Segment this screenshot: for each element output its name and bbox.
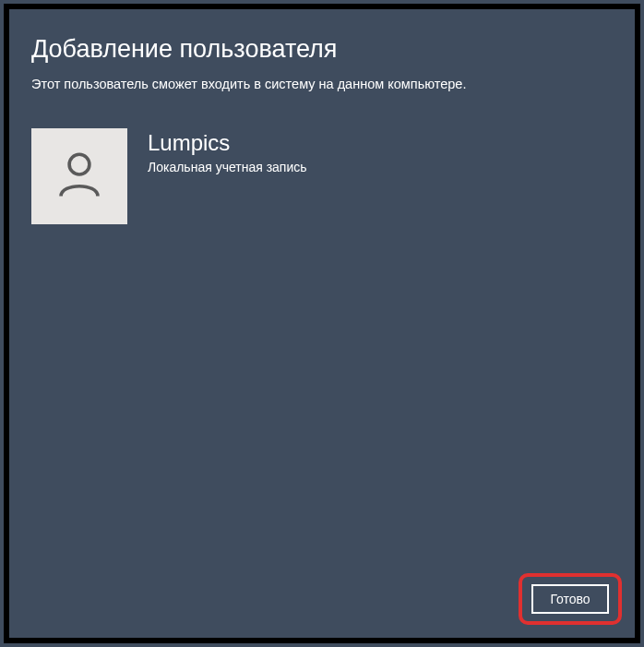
user-name: Lumpics [148, 130, 307, 156]
avatar [31, 128, 127, 224]
user-account-type: Локальная учетная запись [148, 160, 307, 174]
dialog-content: Добавление пользователя Этот пользовател… [9, 9, 635, 638]
dialog-title: Добавление пользователя [31, 35, 613, 64]
user-info: Lumpics Локальная учетная запись [148, 128, 307, 174]
highlight-annotation: Готово [519, 573, 622, 625]
done-button[interactable]: Готово [531, 584, 609, 614]
dialog-subtitle: Этот пользователь сможет входить в систе… [31, 77, 613, 91]
user-icon [53, 148, 106, 205]
dialog-window: Добавление пользователя Этот пользовател… [4, 4, 640, 643]
svg-point-0 [69, 154, 89, 174]
user-row: Lumpics Локальная учетная запись [31, 128, 613, 224]
dialog-actions: Готово [519, 573, 622, 625]
